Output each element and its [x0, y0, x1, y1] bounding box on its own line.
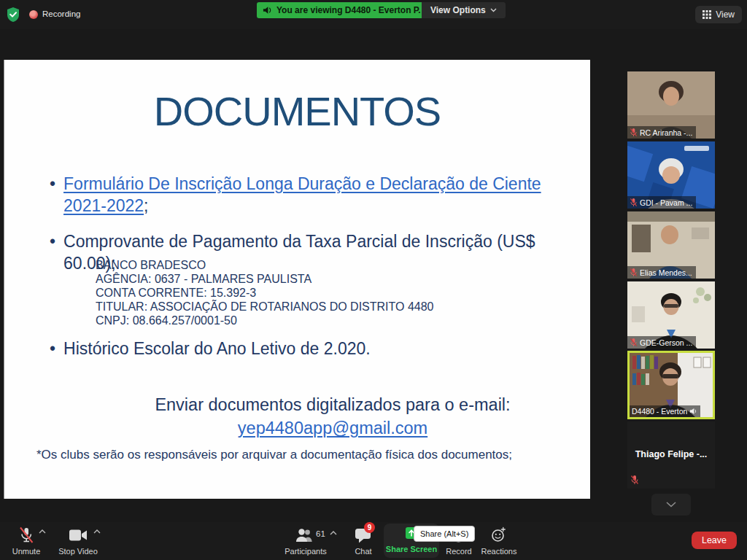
view-button-label: View	[716, 9, 735, 20]
participant-name: D4480 - Everton	[632, 407, 687, 416]
slide-title: DOCUMENTOS	[4, 88, 590, 135]
bullet-marker: •	[50, 230, 55, 274]
more-participants-button[interactable]	[651, 494, 691, 516]
bullet-item: • Formulário De Inscrição Longa Duração …	[50, 173, 572, 217]
grid-icon	[703, 10, 711, 19]
participant-name: Elias Mendes...	[640, 268, 692, 277]
bank-line: BANCO BRADESCO	[96, 258, 434, 272]
mic-muted-icon	[630, 475, 639, 485]
bullet-marker: •	[50, 338, 55, 359]
share-screen-label: Share Screen	[384, 545, 439, 553]
chat-label: Chat	[341, 547, 385, 556]
form-link: Formulário De Inscrição Longa Duração e …	[63, 174, 541, 215]
participant-name-chip: RC Ariranha -...	[627, 126, 696, 139]
recording-label: Recording	[42, 9, 80, 18]
toolbar: Unmute Stop Video 61 P	[0, 522, 747, 560]
participant-tile[interactable]: GDE-Gerson ...	[627, 281, 715, 349]
participant-name-chip: Elias Mendes...	[627, 266, 696, 279]
chat-badge: 9	[364, 522, 375, 533]
participants-count: 61	[316, 529, 325, 538]
view-button[interactable]: View	[695, 6, 742, 23]
stop-video-label: Stop Video	[51, 547, 105, 556]
unmute-label: Unmute	[4, 547, 49, 556]
participant-name-chip: GDI - Pavam ...	[627, 196, 696, 209]
participant-name: RC Ariranha -...	[640, 128, 692, 137]
participants-icon	[295, 527, 314, 544]
view-options-label: View Options	[430, 5, 486, 15]
email-link: yep4480app@gmail.com	[238, 419, 427, 438]
participant-name: GDI - Pavam ...	[640, 198, 692, 207]
top-bar: Recording You are viewing D4480 - Everto…	[0, 0, 747, 29]
chevron-up-icon[interactable]	[39, 529, 46, 534]
participant-name-chip: D4480 - Everton	[630, 405, 700, 417]
mic-muted-icon	[18, 526, 35, 545]
reactions-icon	[491, 526, 506, 542]
shared-screen-slide: DOCUMENTOS • Formulário De Inscrição Lon…	[4, 60, 590, 499]
speaker-icon	[263, 6, 272, 15]
bullet-suffix: ;	[144, 196, 148, 215]
view-options-button[interactable]: View Options	[422, 2, 506, 18]
participant-name: GDE-Gerson ...	[640, 338, 692, 347]
mic-muted-icon	[630, 268, 638, 277]
slide-footnote: *Os clubs serão os responsáveis por arqu…	[36, 448, 512, 462]
email-heading: Enviar documentos digitalizados para o e…	[77, 395, 588, 415]
camera-icon	[69, 528, 88, 542]
bank-line: CONTA CORRENTE: 15.392-3	[96, 286, 434, 300]
encryption-shield-icon	[6, 7, 20, 23]
mic-muted-icon	[630, 128, 638, 137]
bank-line: AGÊNCIA: 0637 - PALMARES PAULISTA	[96, 272, 434, 286]
bullet-marker: •	[50, 173, 55, 217]
participants-label: Participants	[274, 547, 337, 556]
mic-muted-icon	[630, 338, 638, 347]
recording-dot-icon	[29, 10, 38, 19]
bank-line: CNPJ: 08.664.257/0001-50	[96, 314, 434, 327]
bullet-text: Histórico Escolar do Ano Letivo de 2.020…	[63, 338, 371, 359]
participant-tile-active-speaker[interactable]: D4480 - Everton	[627, 351, 715, 419]
zoom-meeting-window: Recording You are viewing D4480 - Everto…	[0, 0, 747, 560]
bank-line: TITULAR: ASSOCIAÇÃO DE ROTARIANOS DO DIS…	[96, 300, 434, 314]
leave-button[interactable]: Leave	[692, 532, 737, 549]
participant-name: Thiago Felipe -...	[627, 449, 715, 459]
share-tooltip: Share (Alt+S)	[414, 526, 475, 542]
participant-name-chip: GDE-Gerson ...	[627, 336, 696, 349]
bullet-item: • Histórico Escolar do Ano Letivo de 2.0…	[50, 338, 575, 359]
chevron-up-icon[interactable]	[330, 531, 337, 535]
participant-tile[interactable]: RC Ariranha -...	[627, 71, 715, 139]
chevron-up-icon[interactable]	[93, 529, 101, 534]
caret-down-icon	[490, 8, 497, 12]
participant-tile[interactable]: GDI - Pavam ...	[627, 141, 715, 209]
participant-tile[interactable]: Thiago Felipe -...	[627, 421, 715, 489]
mic-muted-icon	[630, 198, 638, 207]
reactions-label: Reactions	[473, 547, 525, 556]
email-link-row: yep4480app@gmail.com	[77, 419, 588, 438]
chevron-down-icon	[666, 502, 676, 508]
audio-on-icon	[689, 408, 697, 415]
participant-tile[interactable]: Elias Mendes...	[627, 211, 715, 279]
bank-details: BANCO BRADESCO AGÊNCIA: 0637 - PALMARES …	[96, 258, 434, 327]
